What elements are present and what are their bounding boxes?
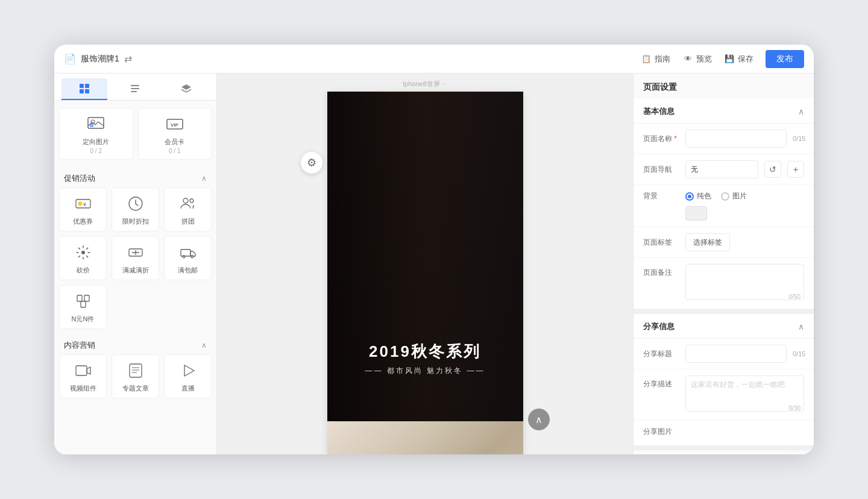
discount-label: 满减满折 (122, 266, 149, 275)
page-name-input[interactable] (685, 130, 787, 148)
page-nav-refresh[interactable]: ↺ (764, 161, 781, 178)
group-buy-icon (178, 194, 198, 213)
basic-info-title: 基本信息 (643, 106, 675, 117)
tab-layers[interactable] (163, 78, 209, 100)
discount-comp[interactable]: 满减满折 (112, 236, 159, 280)
phone-container: ⚙ 秋冬 新款 (327, 92, 523, 454)
promotion-section-header: 促销活动 ∧ (59, 167, 212, 187)
bg-image-radio[interactable]: 图片 (721, 191, 747, 201)
color-swatch-wrap (643, 206, 707, 221)
svg-text:VIP: VIP (171, 122, 179, 128)
svg-rect-26 (76, 366, 87, 375)
page-tag-row: 页面标签 选择标签 (634, 227, 814, 258)
background-label-row: 背景 纯色 图片 (643, 191, 804, 201)
svg-rect-3 (85, 89, 89, 93)
video-label: 视频组件 (70, 384, 96, 393)
svg-point-21 (183, 256, 185, 258)
bg-pure-color-label: 纯色 (697, 191, 711, 201)
page-name-label: 页面名称 (643, 134, 679, 144)
live-comp[interactable]: 直播 (164, 354, 212, 398)
video-icon (74, 361, 93, 380)
directional-image-icon (86, 115, 105, 134)
content-chevron[interactable]: ∧ (201, 341, 207, 350)
free-ship-comp[interactable]: 满包邮 (164, 236, 212, 280)
price-cut-comp[interactable]: 砍价 (59, 236, 107, 280)
svg-rect-24 (84, 295, 89, 301)
guide-action[interactable]: 📋 指南 (641, 54, 670, 64)
time-discount-comp[interactable]: 限时折扣 (112, 187, 159, 231)
directional-image-comp[interactable]: 定向图片 0 / 2 (59, 108, 133, 160)
guide-icon: 📋 (641, 54, 652, 64)
page-nav-add[interactable]: + (787, 161, 804, 178)
scroll-up-button[interactable]: ∧ (528, 409, 550, 430)
swap-icon[interactable]: ⇄ (124, 53, 132, 64)
page-notes-count: 0/50 (789, 293, 800, 300)
bg-color-swatch[interactable] (685, 206, 707, 221)
bg-pure-color-radio[interactable]: 纯色 (685, 191, 711, 201)
page-name-count: 0/15 (793, 135, 805, 142)
share-desc-wrap: 0/30 (685, 375, 804, 414)
share-title-count: 0/15 (793, 350, 805, 357)
settings-button[interactable]: ⚙ (301, 152, 322, 174)
page-name-row: 页面名称 0/15 (634, 124, 814, 154)
share-info-chevron[interactable]: ∧ (798, 322, 804, 331)
share-title-row: 分享标题 0/15 (634, 339, 814, 369)
page-nav-row: 页面导航 无 ↺ + (634, 154, 814, 185)
bg-pure-color-dot (685, 192, 694, 201)
iphone-label: Iphone8首屏 ··· (403, 80, 447, 89)
coupon-label: 优惠券 (73, 217, 93, 226)
share-desc-label: 分享描述 (643, 375, 679, 389)
share-title-label: 分享标题 (643, 349, 679, 359)
svg-text:¥: ¥ (83, 201, 87, 207)
bg-radio-group: 纯色 图片 (685, 191, 747, 201)
member-card-comp[interactable]: VIP 会员卡 0 / 1 (138, 108, 212, 160)
background-label: 背景 (643, 191, 679, 201)
right-panel-title: 页面设置 (634, 74, 814, 99)
member-card-sub: 0 / 1 (169, 148, 180, 154)
share-desc-textarea[interactable] (685, 375, 804, 412)
n-for-n-label: N元N件 (72, 315, 95, 324)
basic-info-chevron[interactable]: ∧ (798, 107, 804, 116)
discount-icon (126, 243, 145, 262)
main-content: 定向图片 0 / 2 VIP 会员卡 0 / 1 促销活动 ∧ (54, 74, 814, 454)
collection-title: 2019秋冬系列 (365, 341, 485, 362)
svg-rect-2 (80, 89, 84, 93)
preview-action[interactable]: 👁 预览 (682, 54, 712, 64)
time-discount-icon (126, 194, 145, 213)
topbar-right: 📋 指南 👁 预览 💾 保存 发布 (641, 50, 804, 68)
share-title-input[interactable] (685, 345, 787, 363)
share-info-title: 分享信息 (643, 321, 675, 332)
component-area: 定向图片 0 / 2 VIP 会员卡 0 / 1 促销活动 ∧ (54, 101, 216, 454)
svg-rect-1 (85, 84, 89, 88)
component-tabs (54, 74, 216, 101)
publish-button[interactable]: 发布 (766, 50, 804, 68)
basic-components: 定向图片 0 / 2 VIP 会员卡 0 / 1 (59, 108, 212, 160)
video-comp[interactable]: 视频组件 (59, 354, 107, 398)
basic-info-header: 基本信息 ∧ (634, 99, 814, 124)
svg-rect-6 (131, 91, 137, 92)
save-action[interactable]: 💾 保存 (724, 54, 753, 64)
page-notes-textarea[interactable] (685, 264, 804, 300)
promotion-chevron[interactable]: ∧ (201, 174, 207, 183)
directional-image-sub: 0 / 2 (90, 148, 102, 154)
tab-components[interactable] (61, 78, 107, 100)
group-buy-comp[interactable]: 拼团 (164, 187, 212, 231)
save-icon: 💾 (724, 54, 735, 64)
free-ship-label: 满包邮 (178, 266, 198, 275)
article-icon (126, 361, 145, 380)
phone-preview[interactable]: 秋冬 新款 (327, 92, 523, 454)
coupon-comp[interactable]: ¥ 优惠券 (59, 187, 107, 231)
tab-pages[interactable] (112, 78, 158, 100)
page-nav-select[interactable]: 无 (685, 160, 758, 178)
topbar: 📄 服饰潮牌1 ⇄ 📋 指南 👁 预览 💾 保存 发布 (54, 45, 814, 74)
price-cut-label: 砍价 (77, 266, 90, 275)
page-tag-button[interactable]: 选择标签 (685, 233, 730, 251)
right-panel: 页面设置 基本信息 ∧ 页面名称 0/15 页面导航 (633, 74, 814, 454)
article-comp[interactable]: 专题文章 (112, 354, 159, 398)
svg-rect-9 (90, 124, 93, 127)
preview-icon: 👁 (682, 54, 693, 64)
n-for-n-comp[interactable]: N元N件 (59, 285, 107, 329)
background-row: 背景 纯色 图片 (634, 185, 814, 227)
time-discount-label: 限时折扣 (122, 217, 149, 226)
share-image-area: 分享图片 (634, 421, 814, 445)
